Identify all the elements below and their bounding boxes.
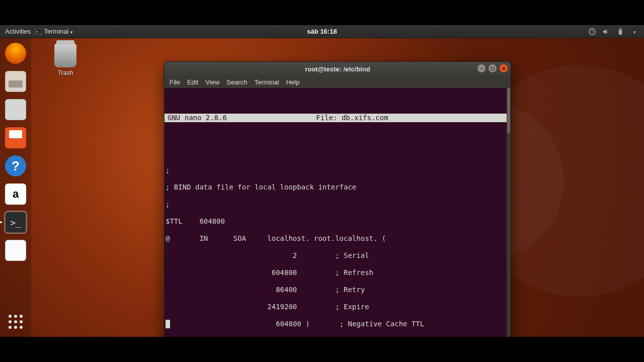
- clock[interactable]: sáb 16:18: [307, 28, 337, 35]
- window-close-button[interactable]: ✕: [500, 64, 508, 72]
- menu-view[interactable]: View: [205, 78, 219, 86]
- nano-line: @ IN SOA localhost. root.localhost. (: [166, 234, 510, 243]
- dock-amazon[interactable]: a: [4, 182, 28, 206]
- nano-line: 2419200 ; Expire: [166, 303, 510, 311]
- svg-marker-4: [603, 29, 606, 34]
- svg-rect-6: [620, 28, 621, 29]
- trash-icon: [54, 43, 76, 67]
- menu-file[interactable]: File: [170, 78, 180, 86]
- menu-terminal[interactable]: Terminal: [255, 78, 279, 86]
- terminal-icon: >_: [35, 28, 42, 35]
- terminal-scrollbar[interactable]: [507, 88, 511, 337]
- top-panel: Activities >_ Terminal ▾ sáb 16:18 ? ▾: [0, 25, 644, 38]
- window-title: root@teste: /etc/bind: [305, 65, 370, 73]
- nano-content[interactable]: ; ; BIND data file for local loopback in…: [165, 139, 511, 337]
- volume-icon[interactable]: [603, 28, 610, 35]
- nano-line: $TTL 604800: [166, 217, 510, 226]
- dock-terminal[interactable]: >_: [4, 210, 28, 234]
- window-menubar: File Edit View Search Terminal Help: [165, 76, 511, 88]
- svg-text:?: ?: [591, 29, 594, 34]
- desktop-trash-label: Trash: [47, 69, 84, 76]
- menu-search[interactable]: Search: [226, 78, 247, 86]
- nano-line: 2 ; Serial: [166, 251, 510, 260]
- dock-firefox[interactable]: [4, 41, 28, 65]
- dock-libreoffice[interactable]: [4, 238, 28, 262]
- nano-header: GNU nano 2.8.6 File: db.xifs.com: [165, 114, 511, 122]
- nano-line: 604800 ; Refresh: [166, 268, 510, 277]
- svg-rect-7: [619, 30, 621, 34]
- app-menu-label: Terminal: [44, 28, 68, 35]
- dock-software[interactable]: [4, 126, 28, 150]
- nano-line: ;: [166, 200, 510, 209]
- nano-line: [166, 149, 510, 157]
- menu-edit[interactable]: Edit: [187, 78, 198, 86]
- nano-file-label: File: db.xifs.com: [316, 114, 388, 122]
- activities-button[interactable]: Activities: [5, 28, 31, 35]
- app-menu[interactable]: >_ Terminal ▾: [35, 28, 73, 35]
- nano-line: ; BIND data file for local loopback inte…: [166, 183, 510, 192]
- chevron-down-icon: ▾: [70, 30, 73, 35]
- power-menu-icon[interactable]: ▾: [631, 28, 638, 35]
- window-titlebar[interactable]: root@teste: /etc/bind – ◻ ✕: [165, 62, 511, 76]
- battery-icon[interactable]: [617, 28, 624, 35]
- window-maximize-button[interactable]: ◻: [489, 64, 497, 72]
- dock-help[interactable]: ?: [4, 154, 28, 178]
- nano-line: 86400 ; Retry: [166, 286, 510, 294]
- nano-cursor-line: 604800 ) ; Negative Cache TTL: [166, 320, 510, 328]
- nano-cursor: [166, 320, 170, 328]
- dock-rhythmbox[interactable]: [4, 69, 28, 94]
- show-applications-button[interactable]: [7, 313, 25, 331]
- nano-version: GNU nano 2.8.6: [168, 114, 227, 122]
- menu-help[interactable]: Help: [286, 78, 300, 86]
- svg-text:>_: >_: [36, 29, 41, 34]
- window-minimize-button[interactable]: –: [477, 64, 486, 72]
- launcher-dock: ? a >_: [0, 38, 31, 337]
- desktop-trash[interactable]: Trash: [47, 43, 84, 76]
- terminal-window: root@teste: /etc/bind – ◻ ✕ File Edit Vi…: [164, 61, 511, 337]
- desktop-screen: Activities >_ Terminal ▾ sáb 16:18 ? ▾: [0, 25, 644, 337]
- dock-files[interactable]: [4, 98, 28, 122]
- nano-line: ;: [166, 166, 510, 174]
- terminal-body[interactable]: GNU nano 2.8.6 File: db.xifs.com ; ; BIN…: [165, 88, 511, 337]
- help-indicator-icon[interactable]: ?: [589, 28, 596, 35]
